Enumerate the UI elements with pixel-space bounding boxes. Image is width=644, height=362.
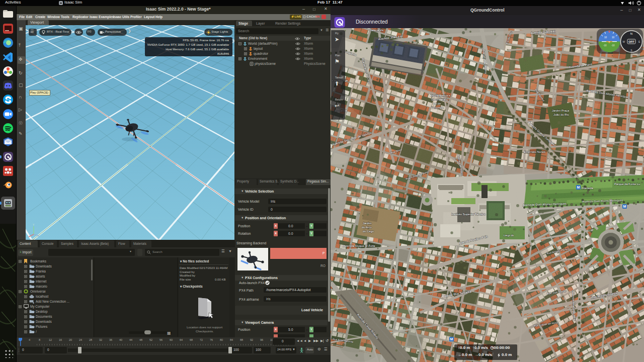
svg-text:N: N bbox=[630, 32, 632, 35]
svg-text:do Cego: do Cego bbox=[363, 230, 374, 233]
svg-text:10: 10 bbox=[612, 36, 615, 39]
svg-text:pai de: pai de bbox=[433, 102, 441, 105]
svg-text:Secundária D.: Secundária D. bbox=[431, 98, 449, 101]
svg-text:Instituto Superior Técnico: Instituto Superior Técnico bbox=[451, 213, 486, 216]
svg-text:Galeria Vis: Galeria Vis bbox=[370, 29, 383, 32]
svg-text:M: M bbox=[623, 205, 626, 208]
svg-text:10: 10 bbox=[604, 36, 607, 39]
svg-text:-10: -10 bbox=[603, 44, 607, 47]
svg-text:Escola Básica e: Escola Básica e bbox=[430, 94, 450, 97]
svg-text:M: M bbox=[577, 186, 580, 189]
svg-text:Alameda: Alameda bbox=[582, 187, 594, 190]
svg-text:M: M bbox=[450, 337, 453, 341]
svg-text:-10: -10 bbox=[611, 44, 615, 47]
svg-text:João do Rio: João do Rio bbox=[553, 113, 569, 116]
svg-text:Parque da Fonte Lu: Parque da Fonte Lu bbox=[614, 183, 640, 186]
svg-text:Vencestre: Vencestre bbox=[431, 106, 444, 109]
svg-text:Largo do: Largo do bbox=[504, 234, 514, 237]
svg-text:do Arco: do Arco bbox=[362, 226, 372, 229]
svg-text:Y: Y bbox=[33, 223, 35, 226]
svg-text:W: W bbox=[623, 40, 625, 43]
svg-text:OFF: OFF bbox=[628, 40, 634, 43]
svg-text:Jardim Praça: Jardim Praça bbox=[552, 109, 570, 112]
svg-text:Avenida Duque D Ávila: Avenida Duque D Ávila bbox=[343, 244, 375, 247]
svg-text:Jardim: Jardim bbox=[363, 222, 372, 225]
svg-text:Externato Nunes: Externato Nunes bbox=[524, 150, 545, 153]
